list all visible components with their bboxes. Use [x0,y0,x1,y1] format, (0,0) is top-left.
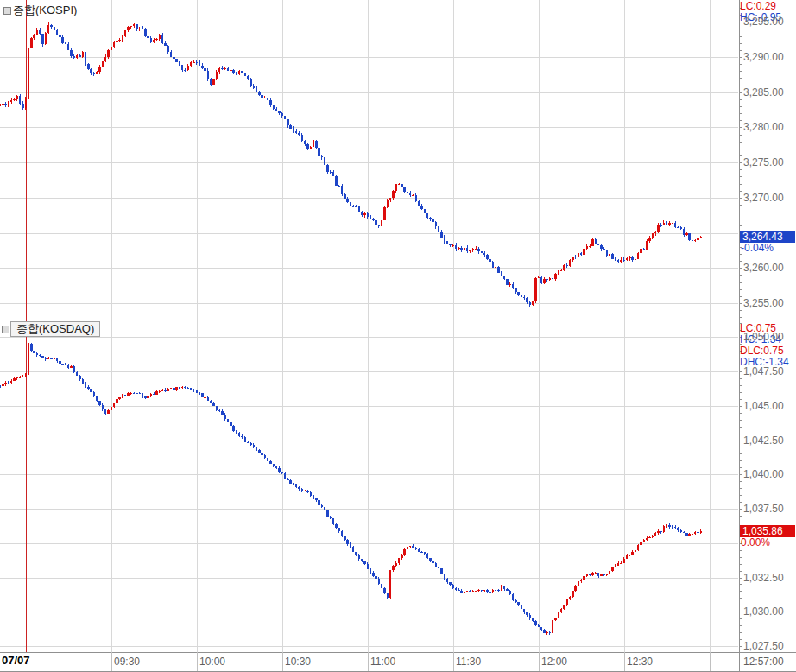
candle-body [142,394,143,397]
candle-body [532,618,534,621]
candle-body [626,555,628,559]
candle-body [10,381,12,383]
candle-body [512,594,514,600]
candle-body [574,586,576,591]
candle-body [181,65,183,69]
candle-body [383,207,385,220]
candle-body [341,186,343,194]
candle-body [652,233,654,237]
candle-body [79,376,80,379]
candle-body [54,358,55,359]
candle-body [381,584,382,587]
candle-body [637,545,639,550]
candle-body [187,388,189,389]
candle-body [204,397,205,398]
candle-body [47,358,49,359]
candle-body [558,270,559,274]
candle-body [111,47,112,50]
candle-body [65,43,66,44]
candle-body [387,200,389,207]
candle-body [267,98,268,99]
candle-body [227,419,229,422]
candle-body [238,433,240,436]
candle-body [526,612,528,615]
candle-body [466,248,468,252]
panel-title-kospi[interactable]: 종합(KOSPI) [13,3,77,18]
candle-body [332,518,334,523]
candle-body [25,98,27,108]
candle-body [130,393,132,394]
candlestick-canvas[interactable] [0,0,796,672]
candle-body [637,253,639,259]
candle-body [147,36,148,38]
candle-body [666,525,667,526]
candle-body [566,599,568,605]
candle-body [685,233,687,235]
candle-body [107,50,109,57]
candle-body [446,241,448,244]
candle-body [224,68,226,70]
candle-body [2,104,3,105]
candle-body [67,365,69,367]
candle-body [546,279,547,280]
candle-body [677,227,679,228]
candle-body [289,480,291,484]
candle-body [583,249,584,255]
candle-body [22,377,23,377]
candle-body [358,206,360,212]
candle-body [515,600,516,602]
candle-body [59,35,60,37]
candle-body [469,591,471,592]
candle-body [677,528,679,531]
candle-body [30,38,32,48]
candle-body [241,71,243,73]
candle-body [426,213,428,218]
candle-body [273,105,275,109]
candle-body [509,284,511,286]
candle-body [85,384,86,387]
candle-body [617,563,619,566]
candle-body [432,561,433,563]
candle-body [672,223,673,224]
candle-body [196,390,198,392]
candle-body [313,141,314,147]
candle-body [615,566,616,567]
candle-body [483,253,485,255]
candle-body [409,546,411,547]
candle-body [566,265,568,266]
candle-body [184,387,186,389]
candle-body [264,98,266,98]
candle-body [332,172,334,175]
candle-body [118,397,120,399]
candle-body [412,195,414,196]
candle-body [170,52,172,56]
candle-body [407,192,408,193]
candle-body [90,389,92,392]
candle-body [395,563,397,566]
panel-title-kosdaq[interactable]: 종합(KOSDAQ) [10,321,100,337]
candle-body [466,591,468,592]
candle-body [683,229,685,235]
candle-body [635,550,636,552]
candle-body [546,632,547,633]
candle-body [481,590,483,591]
candle-body [640,249,641,254]
candle-body [629,257,630,258]
candle-body [370,217,371,219]
legend-marker-icon [2,326,9,333]
candle-body [574,257,576,257]
candle-body [449,582,451,585]
candle-body [147,396,148,398]
candle-body [580,580,582,582]
candle-body [654,232,656,234]
candle-body [201,66,203,68]
candle-body [190,388,192,389]
candle-body [111,407,112,410]
candle-body [261,95,262,98]
candle-body [415,548,417,550]
time-axis[interactable] [0,653,796,672]
candle-body [420,206,422,210]
candle-body [517,602,519,605]
candle-body [352,206,354,207]
current-price-marker-kospi: 3,264.43 [740,231,795,243]
